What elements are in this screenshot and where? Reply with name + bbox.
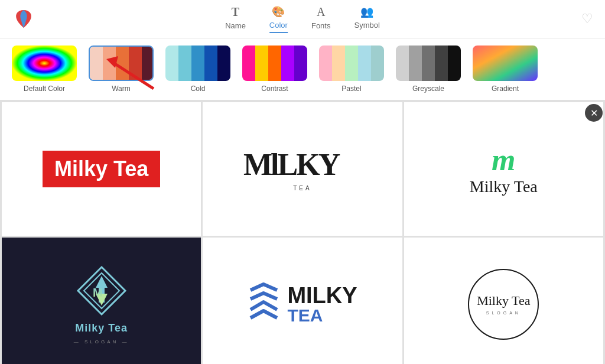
logo-card-4[interactable]: M Milky Tea — SLOGAN — (2, 238, 201, 364)
logo-card-5[interactable]: MILKY TEA (203, 238, 402, 364)
cold-swatch (165, 46, 230, 81)
logo-card-3[interactable]: m Milky Tea (404, 102, 603, 236)
svg-rect-9 (204, 46, 217, 81)
svg-rect-17 (332, 46, 345, 81)
pastel-swatch (319, 46, 384, 81)
gradient-swatch (473, 46, 538, 81)
logo5-text-block: MILKY TEA (287, 284, 357, 324)
svg-rect-20 (371, 46, 384, 81)
color-option-contrast[interactable]: Contrast (242, 46, 307, 93)
contrast-swatch (242, 46, 307, 81)
contrast-color-label: Contrast (261, 84, 288, 93)
greyscale-color-label: Greyscale (412, 84, 444, 93)
svg-rect-4 (129, 47, 142, 81)
logo3-script-text: Milky Tea (470, 177, 538, 196)
svg-rect-13 (268, 46, 281, 81)
tab-fonts[interactable]: A Fonts (311, 5, 331, 33)
svg-rect-22 (409, 46, 422, 81)
logo-card-1[interactable]: Milky Tea (2, 102, 201, 236)
warm-swatch (89, 46, 154, 81)
svg-rect-19 (358, 46, 371, 81)
color-filter-bar: Default Color Warm Cold (0, 38, 605, 100)
tab-name[interactable]: T Name (225, 5, 246, 33)
svg-text:MlLKY: MlLKY (243, 148, 340, 179)
nav-tabs: T Name 🎨 Color A Fonts 👥 Symbol (225, 5, 380, 33)
color-option-greyscale[interactable]: Greyscale (396, 46, 461, 93)
logo1-display: Milky Tea (43, 151, 160, 187)
svg-rect-23 (422, 46, 435, 81)
svg-rect-10 (217, 46, 230, 81)
svg-rect-15 (294, 46, 307, 81)
default-color-label: Default Color (24, 84, 65, 93)
logo5-chevrons (248, 281, 280, 328)
svg-rect-16 (319, 46, 332, 81)
svg-rect-26 (473, 46, 538, 81)
color-option-pastel[interactable]: Pastel (319, 46, 384, 93)
logo3-m-letter: m (470, 142, 538, 177)
logo3-display: m Milky Tea (470, 142, 538, 196)
color-icon: 🎨 (272, 5, 285, 18)
favorite-button[interactable]: ♡ (581, 11, 593, 27)
greyscale-swatch (396, 46, 461, 81)
color-option-warm[interactable]: Warm (89, 46, 154, 93)
name-icon: T (232, 5, 239, 19)
color-option-cold[interactable]: Cold (165, 46, 230, 93)
cold-color-label: Cold (191, 84, 206, 93)
svg-rect-11 (242, 46, 255, 81)
svg-rect-21 (396, 46, 409, 81)
logo5-display: MILKY TEA (248, 281, 357, 328)
svg-rect-24 (435, 46, 448, 81)
svg-rect-18 (345, 46, 358, 81)
fonts-icon: A (317, 5, 325, 19)
svg-rect-7 (178, 46, 191, 81)
warm-color-label: Warm (112, 84, 131, 93)
logo-card-2[interactable]: MlLKY TEA (203, 102, 402, 236)
svg-rect-3 (116, 47, 129, 81)
logo2-display: MlLKY TEA (243, 147, 362, 191)
tab-color[interactable]: 🎨 Color (269, 5, 288, 33)
logo4-diamond-svg: M (75, 264, 128, 317)
svg-rect-8 (191, 46, 204, 81)
logo2-main-text: MlLKY (243, 147, 362, 185)
svg-rect-2 (103, 47, 116, 81)
color-option-default[interactable]: Default Color (12, 46, 77, 93)
svg-rect-12 (255, 46, 268, 81)
svg-rect-1 (90, 47, 103, 81)
tab-symbol[interactable]: 👥 Symbol (354, 5, 379, 33)
svg-rect-14 (281, 46, 294, 81)
symbol-icon: 👥 (360, 5, 373, 18)
svg-rect-6 (165, 46, 178, 81)
close-button[interactable]: ✕ (585, 104, 603, 122)
color-option-gradient[interactable]: Gradient (473, 46, 538, 93)
logo4-slogan-text: — SLOGAN — (74, 339, 129, 344)
pastel-color-label: Pastel (341, 84, 361, 93)
logo-card-6[interactable]: Milky Tea SLOGAN (404, 238, 603, 364)
gradient-color-label: Gradient (492, 84, 519, 93)
logo4-display: M Milky Tea — SLOGAN — (74, 264, 129, 344)
header: T Name 🎨 Color A Fonts 👥 Symbol ♡ (0, 0, 605, 38)
logo2-sub-text: TEA (243, 185, 362, 191)
svg-rect-25 (448, 46, 461, 81)
logo6-display: Milky Tea SLOGAN (468, 269, 539, 340)
logo-grid: ✕ Milky Tea MlLKY TEA m Milky Tea (0, 100, 605, 364)
logo4-name-text: Milky Tea (75, 322, 128, 334)
svg-rect-0 (12, 46, 77, 81)
default-swatch (12, 46, 77, 81)
app-logo (12, 7, 35, 31)
logo6-circle-frame: Milky Tea SLOGAN (468, 269, 539, 340)
svg-text:M: M (93, 286, 103, 299)
svg-rect-5 (142, 47, 154, 81)
